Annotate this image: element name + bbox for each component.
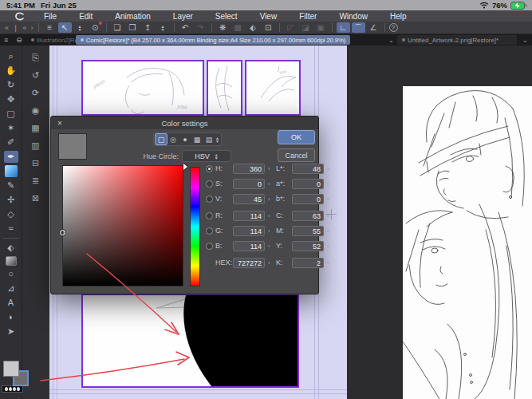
channel-value-input[interactable]: 55: [292, 226, 324, 236]
select-stepper-icon[interactable]: ▲▼: [215, 153, 219, 160]
transparent-color-swatch[interactable]: [2, 385, 23, 393]
channel-value-input[interactable]: 63: [292, 211, 324, 221]
new-canvas-icon[interactable]: ❏: [111, 22, 124, 33]
nav-arrow-icon[interactable]: ›: [31, 24, 33, 32]
navigator-icon[interactable]: ◉: [32, 106, 40, 115]
watercolor-tool-icon[interactable]: [5, 165, 18, 177]
rotate-tool-icon[interactable]: ↻: [4, 79, 18, 91]
tab-untitled-artwork[interactable]: Untitled_Artwork-2.png[Restore]*: [397, 35, 517, 45]
decoration-tool-icon[interactable]: ✢: [4, 194, 18, 206]
menu-item-view[interactable]: View: [249, 12, 289, 21]
subview-icon[interactable]: ▦: [31, 124, 39, 132]
channel-value-input[interactable]: 45: [233, 194, 265, 204]
channel-value-input[interactable]: 114: [233, 211, 265, 221]
undo-icon[interactable]: ↶: [179, 22, 192, 33]
file-stepper[interactable]: ▲▼: [156, 22, 170, 33]
view-reset-icon[interactable]: ⟳: [32, 89, 39, 97]
clip-studio-logo-icon[interactable]: [14, 12, 25, 21]
slider-expand-icon[interactable]: ›: [324, 259, 332, 267]
channel-radio[interactable]: [206, 165, 213, 172]
lineart-canvas[interactable]: [403, 86, 532, 399]
tab-comic-active[interactable]: Comic[Restore]* (B4 257.00 x 364.00mm Bi…: [76, 35, 350, 45]
slider-expand-icon[interactable]: ›: [265, 165, 273, 172]
menu-item-filter[interactable]: Filter: [288, 12, 328, 21]
palette-menu-icon[interactable]: ≡: [0, 36, 12, 44]
channel-radio[interactable]: [206, 196, 213, 203]
slider-expand-icon[interactable]: ›: [265, 212, 273, 219]
hand-tool-icon[interactable]: ✋: [4, 65, 18, 77]
fill-icon[interactable]: ⬖: [246, 22, 260, 33]
channel-value-input[interactable]: 2: [292, 258, 324, 268]
menu-item-window[interactable]: Window: [328, 12, 379, 21]
slider-expand-icon[interactable]: ›: [324, 243, 332, 250]
hue-circle-select[interactable]: HSV ▲▼: [182, 150, 231, 162]
channel-radio[interactable]: [206, 227, 213, 235]
tab-illustration2[interactable]: Illustration2[Re:: [26, 35, 76, 45]
flow-tool-icon[interactable]: ➤: [4, 326, 18, 338]
nav-arrow-icon[interactable]: ❘: [13, 24, 19, 32]
marquee-tool-icon[interactable]: ▢: [4, 108, 18, 120]
layer-property-icon[interactable]: ⊟: [32, 159, 39, 168]
menu-item-help[interactable]: Help: [379, 12, 418, 21]
layers-icon[interactable]: ≣: [32, 176, 39, 185]
mode-hue-ring-icon[interactable]: ◎: [167, 134, 179, 144]
saturation-value-picker[interactable]: [62, 165, 183, 286]
mode-image-icon[interactable]: ▦: [191, 134, 203, 144]
mode-sliders-icon[interactable]: ▤: [203, 134, 215, 144]
correction-pen-icon[interactable]: ✎: [4, 180, 18, 192]
main-menu-icon[interactable]: ≡: [43, 22, 57, 33]
channel-value-input[interactable]: 48: [292, 164, 324, 174]
eyedropper-tool-icon[interactable]: ✐: [4, 136, 18, 148]
channel-value-input[interactable]: 52: [292, 241, 324, 251]
mode-square-picker-icon[interactable]: ▢: [156, 134, 167, 144]
mode-stepper-icon[interactable]: ▲▼: [215, 136, 219, 143]
slider-expand-icon[interactable]: ›: [324, 212, 332, 219]
channel-value-input[interactable]: 114: [233, 241, 265, 251]
channel-radio[interactable]: [206, 243, 213, 250]
open-file-icon[interactable]: ❐: [126, 22, 140, 33]
no-image-icon[interactable]: ⊠: [32, 194, 39, 203]
bucket-tool-icon[interactable]: ⬖: [4, 242, 18, 254]
dialog-title-bar[interactable]: × Color settings: [51, 117, 318, 129]
menu-item-layer[interactable]: Layer: [162, 12, 204, 21]
frame-border-tool-icon[interactable]: ⊿: [4, 282, 18, 294]
channel-radio[interactable]: [206, 212, 213, 219]
slider-expand-icon[interactable]: ›: [265, 196, 273, 203]
channel-value-input[interactable]: 360: [233, 164, 265, 174]
menu-item-edit[interactable]: Edit: [68, 12, 104, 21]
snap-ruler-icon[interactable]: ∟: [337, 22, 350, 33]
slider-expand-icon[interactable]: ›: [324, 180, 332, 188]
menu-item-file[interactable]: File: [33, 12, 68, 21]
comic-panel-inked[interactable]: [81, 294, 299, 388]
page-flip-icon[interactable]: ⎘: [32, 53, 39, 62]
frame-icon[interactable]: ⊡: [262, 22, 275, 33]
menu-item-select[interactable]: Select: [204, 12, 249, 21]
ok-button[interactable]: OK: [278, 130, 315, 144]
slider-expand-icon[interactable]: ›: [324, 196, 332, 203]
timeline-icon[interactable]: ▥: [31, 141, 39, 150]
toolbar-nav-arrows[interactable]: «❘«›: [0, 24, 38, 32]
channel-value-input[interactable]: 0: [233, 179, 265, 189]
slider-expand-icon[interactable]: ›: [265, 259, 273, 267]
tab-list-chevron-right-icon[interactable]: ⌄: [520, 37, 530, 44]
channel-value-input[interactable]: 114: [233, 226, 265, 236]
move-tool-icon[interactable]: ✥: [4, 93, 18, 105]
slider-expand-icon[interactable]: ›: [324, 165, 332, 172]
channel-radio[interactable]: [206, 180, 213, 188]
eraser-tool-icon[interactable]: ◇: [4, 208, 18, 220]
balloon-tool-icon[interactable]: ◗: [4, 311, 18, 323]
cancel-button[interactable]: Cancel: [278, 148, 315, 162]
nav-arrow-icon[interactable]: «: [5, 24, 9, 32]
pen-tool-icon[interactable]: ✒: [4, 151, 18, 163]
channel-value-input[interactable]: 727272: [233, 258, 265, 268]
channel-value-input[interactable]: 0: [292, 194, 324, 204]
blend-tool-icon[interactable]: ≈: [4, 223, 18, 235]
channel-value-input[interactable]: 0: [292, 179, 324, 189]
rotate-reset-icon[interactable]: ↺: [32, 71, 39, 80]
comic-panel-3[interactable]: ww: [245, 60, 301, 116]
figure-tool-icon[interactable]: ○: [4, 268, 18, 280]
tool-stepper[interactable]: ▲▼: [73, 22, 87, 33]
object-tool-icon[interactable]: ↖: [58, 22, 72, 33]
snap-curve-icon[interactable]: ⌒: [352, 22, 365, 33]
autoselect-tool-icon[interactable]: ✶: [4, 122, 18, 134]
